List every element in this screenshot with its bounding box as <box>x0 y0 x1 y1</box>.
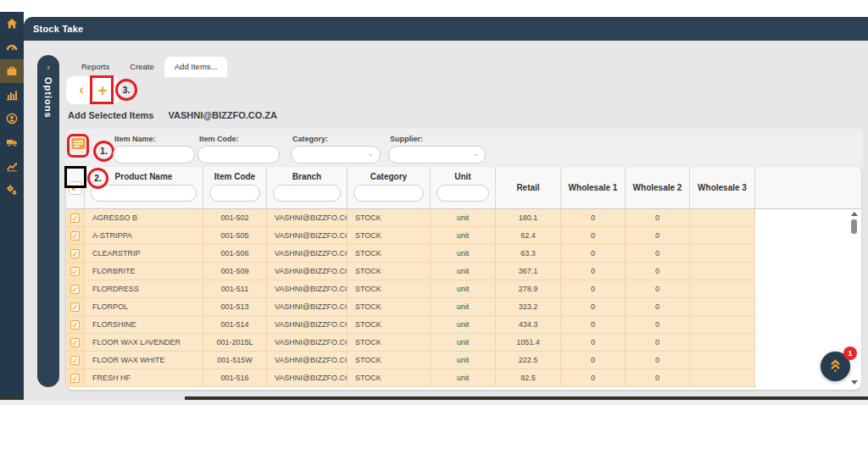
tab-reports[interactable]: Reports <box>71 57 120 77</box>
cell-unit: unit <box>431 263 496 280</box>
cell-wholesale-3 <box>690 352 755 368</box>
sidebar-item-deliveries[interactable] <box>0 130 24 154</box>
row-checkbox-cell: ✓ <box>66 227 85 244</box>
sidebar-item-stock[interactable] <box>0 59 24 83</box>
section-heading: Add Selected Items VASHNI@BIZZFO.CO.ZA <box>68 110 277 120</box>
cell-wholesale-1: 0 <box>561 280 626 297</box>
cell-branch: VASHNI@BIZZFO.CO.Z <box>267 227 348 244</box>
cell-branch: VASHNI@BIZZFO.CO.Z <box>267 245 348 262</box>
table-row[interactable]: ✓ FLORPOL 001-513 VASHNI@BIZZFO.CO.Z STO… <box>66 298 755 316</box>
cell-wholesale-1: 0 <box>561 245 626 262</box>
category-search-input[interactable] <box>353 185 424 202</box>
row-checkbox-cell: ✓ <box>66 316 85 333</box>
column-wholesale-3: Wholesale 3 <box>690 167 755 208</box>
supplier-select[interactable]: ⌄ <box>388 146 486 163</box>
sidebar-item-home[interactable] <box>0 12 24 36</box>
user-icon <box>6 113 18 125</box>
table-row[interactable]: ✓ FLOOR WAX LAVENDER 001-2015L VASHNI@BI… <box>66 334 755 352</box>
cell-product-name: FLOOR WAX WHITE <box>85 352 203 368</box>
scroll-down-arrow-icon[interactable] <box>851 380 858 385</box>
row-checkbox[interactable]: ✓ <box>70 267 80 276</box>
cell-category: STOCK <box>348 227 431 244</box>
row-checkbox[interactable]: ✓ <box>70 231 80 241</box>
cell-branch: VASHNI@BIZZFO.CO.Z <box>267 316 348 333</box>
table-row[interactable]: ✓ FLORDRESS 001-511 VASHNI@BIZZFO.CO.Z S… <box>66 280 755 298</box>
row-checkbox[interactable]: ✓ <box>70 249 80 258</box>
table-row[interactable]: ✓ FLORBRITE 001-509 VASHNI@BIZZFO.CO.Z S… <box>66 263 755 280</box>
section-heading-title: Add Selected Items <box>68 110 153 120</box>
row-checkbox-cell: ✓ <box>66 263 85 280</box>
row-checkbox[interactable]: ✓ <box>70 320 80 330</box>
cell-wholesale-2: 0 <box>626 352 690 368</box>
cell-unit: unit <box>431 227 496 244</box>
table-row[interactable]: ✓ FLORSHINE 001-514 VASHNI@BIZZFO.CO.Z S… <box>66 316 755 334</box>
cell-product-name: FRESH HF <box>85 369 203 386</box>
sidebar-item-settings[interactable] <box>0 178 24 202</box>
chevron-right-icon: › <box>47 62 50 72</box>
tab-bar: Reports Create Add Items... <box>71 57 227 77</box>
table-row[interactable]: ✓ CLEARSTRIP 001-506 VASHNI@BIZZFO.CO.Z … <box>66 245 755 263</box>
cell-wholesale-2: 0 <box>626 298 690 315</box>
cell-branch: VASHNI@BIZZFO.CO.Z <box>267 280 348 297</box>
cell-wholesale-1: 0 <box>561 316 626 333</box>
chevron-down-icon: ⌄ <box>367 149 374 158</box>
item-name-input[interactable] <box>113 146 195 163</box>
annotation-step-2: 2. <box>87 168 108 189</box>
cell-wholesale-1: 0 <box>561 369 626 386</box>
back-button[interactable]: ‹ <box>73 81 90 98</box>
cell-unit: unit <box>431 352 496 368</box>
row-checkbox-cell: ✓ <box>66 209 85 226</box>
table-row[interactable]: ✓ FRESH HF 001-516 VASHNI@BIZZFO.CO.Z ST… <box>66 369 755 387</box>
tab-create[interactable]: Create <box>120 57 164 77</box>
item-code-input[interactable] <box>198 146 280 163</box>
scroll-up-arrow-icon[interactable] <box>851 212 858 216</box>
cell-item-code: 001-2015L <box>203 334 267 351</box>
cell-wholesale-3 <box>690 227 755 244</box>
account-name: VASHNI@BIZZFO.CO.ZA <box>169 110 277 120</box>
row-checkbox[interactable]: ✓ <box>70 302 80 312</box>
title-bar: Stock Take <box>24 17 868 41</box>
cell-wholesale-1: 0 <box>561 352 626 368</box>
cell-product-name: FLORSHINE <box>85 316 203 333</box>
row-checkbox[interactable]: ✓ <box>70 285 80 294</box>
scrollbar-thumb[interactable] <box>851 219 857 234</box>
notification-badge: 1 <box>843 346 857 360</box>
product-name-search-input[interactable] <box>91 185 197 202</box>
cell-category: STOCK <box>348 280 431 297</box>
cell-branch: VASHNI@BIZZFO.CO.Z <box>267 369 348 386</box>
category-select[interactable]: ⌄ <box>291 146 381 163</box>
options-panel-toggle[interactable]: › Options <box>37 55 59 387</box>
cell-item-code: 001-502 <box>203 209 267 226</box>
sidebar-item-customers[interactable] <box>0 107 24 130</box>
unit-search-input[interactable] <box>437 185 489 202</box>
sidebar-item-reports[interactable] <box>0 83 24 107</box>
item-code-search-input[interactable] <box>209 185 260 202</box>
row-checkbox[interactable]: ✓ <box>70 374 80 383</box>
cell-wholesale-3 <box>690 316 755 333</box>
cell-wholesale-3 <box>690 298 755 315</box>
branch-search-input[interactable] <box>273 185 341 202</box>
cell-retail: 434.3 <box>496 316 561 333</box>
sidebar-item-trends[interactable] <box>0 154 24 178</box>
cell-unit: unit <box>431 209 496 226</box>
table-row[interactable]: ✓ FLOOR WAX WHITE 001-515W VASHNI@BIZZFO… <box>66 352 755 369</box>
row-checkbox[interactable]: ✓ <box>70 338 80 347</box>
cell-retail: 82.5 <box>496 369 561 386</box>
cell-wholesale-1: 0 <box>561 227 626 244</box>
table-row[interactable]: ✓ AGRESSO B 001-502 VASHNI@BIZZFO.CO.Z S… <box>66 209 755 227</box>
tab-add-items[interactable]: Add Items... <box>164 57 228 77</box>
row-checkbox[interactable]: ✓ <box>70 356 80 365</box>
cell-category: STOCK <box>348 245 431 262</box>
table-row[interactable]: ✓ A-STRIPPA 001-505 VASHNI@BIZZFO.CO.Z S… <box>66 227 755 245</box>
cell-branch: VASHNI@BIZZFO.CO.Z <box>267 263 348 280</box>
cell-retail: 323.2 <box>496 298 561 315</box>
sidebar-item-dashboard[interactable] <box>0 36 24 59</box>
briefcase-icon <box>6 65 18 77</box>
cell-retail: 278.9 <box>496 280 561 297</box>
cell-category: STOCK <box>348 298 431 315</box>
cell-retail: 62.4 <box>496 227 561 244</box>
cell-retail: 367.1 <box>496 263 561 280</box>
row-checkbox[interactable]: ✓ <box>70 213 80 223</box>
cell-product-name: FLORBRITE <box>85 263 203 280</box>
row-checkbox-cell: ✓ <box>66 245 85 262</box>
